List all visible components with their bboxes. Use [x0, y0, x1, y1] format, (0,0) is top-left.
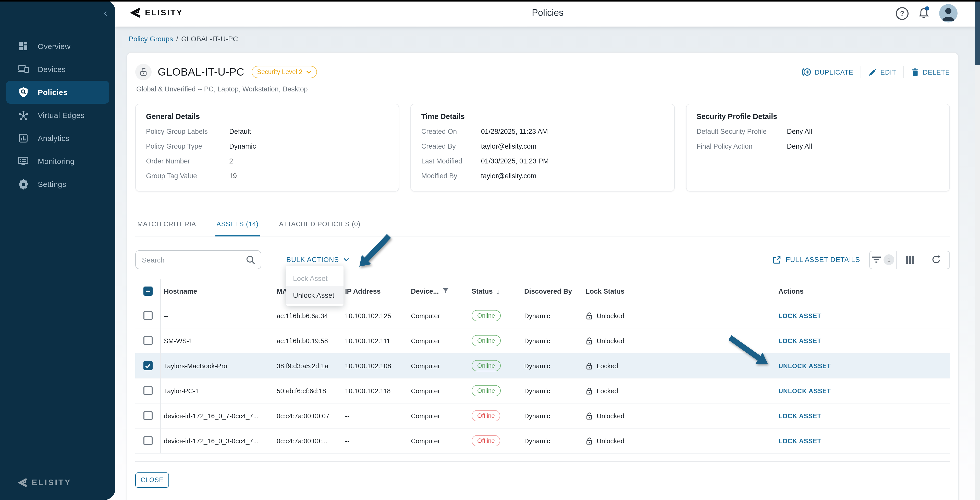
delete-button[interactable]: DELETE	[911, 68, 950, 77]
row-checkbox[interactable]	[143, 336, 152, 345]
close-button[interactable]: CLOSE	[135, 473, 169, 488]
cell-device-type: Computer	[408, 437, 469, 444]
row-checkbox-cell	[135, 304, 161, 328]
search-input[interactable]	[136, 251, 261, 268]
row-checkbox-cell	[135, 353, 161, 378]
sidebar-item-label: Analytics	[38, 134, 69, 142]
cell-hostname: Taylor-PC-1	[161, 387, 274, 395]
breadcrumb-separator: /	[176, 35, 178, 44]
row-checkbox[interactable]	[143, 411, 152, 420]
sidebar-item-policies[interactable]: Policies	[6, 81, 109, 104]
cell-status: Offline	[469, 435, 521, 446]
sidebar-item-monitoring[interactable]: Monitoring	[0, 150, 115, 173]
panel-time-details: Time DetailsCreated On01/28/2025, 11:23 …	[410, 104, 675, 192]
sidebar-item-virtual-edges[interactable]: Virtual Edges	[0, 104, 115, 127]
panel-row-label: Group Tag Value	[146, 173, 229, 180]
sidebar-item-label: Settings	[38, 180, 66, 188]
assets-toolbar: BULK ACTIONS FULL ASSET DETAI	[135, 250, 950, 269]
sidebar-item-overview[interactable]: Overview	[0, 35, 115, 58]
panel-row-value: Deny All	[787, 128, 812, 135]
breadcrumb-policy-groups-link[interactable]: Policy Groups	[129, 35, 173, 44]
row-checkbox[interactable]	[143, 361, 152, 370]
row-checkbox[interactable]	[143, 311, 152, 320]
table-tools-group: 1	[869, 251, 950, 269]
select-all-checkbox[interactable]	[143, 286, 152, 296]
cell-status: Online	[469, 360, 521, 371]
columns-button[interactable]	[896, 251, 923, 268]
assets-table: Hostname MAC IP Address Device... Status…	[135, 279, 950, 462]
sidebar-item-label: Monitoring	[38, 157, 75, 166]
topbar: ELISITY Policies ?	[115, 0, 980, 27]
panel-row: Order Number2	[146, 158, 389, 165]
menu-item-unlock-asset[interactable]: Unlock Asset	[286, 286, 344, 304]
lock-asset-link[interactable]: LOCK ASSET	[778, 337, 821, 345]
cell-lock-status: Locked	[582, 387, 775, 395]
col-discovered-by[interactable]: Discovered By	[521, 287, 582, 295]
lock-asset-link[interactable]: LOCK ASSET	[778, 312, 821, 319]
duplicate-button[interactable]: DUPLICATE	[802, 67, 853, 77]
status-badge: Online	[472, 360, 501, 371]
cell-hostname: SM-WS-1	[161, 337, 274, 345]
notification-dot	[925, 6, 929, 10]
sidebar-item-label: Virtual Edges	[38, 111, 84, 120]
policy-shield-icon	[18, 86, 29, 98]
sidebar-nav: OverviewDevicesPoliciesVirtual EdgesAnal…	[0, 35, 115, 196]
unlock-asset-link[interactable]: UNLOCK ASSET	[778, 363, 831, 369]
col-lock-status[interactable]: Lock Status	[582, 287, 775, 295]
full-asset-details-button[interactable]: FULL ASSET DETAILS	[773, 256, 860, 264]
refresh-button[interactable]	[923, 251, 950, 268]
bulk-actions-button[interactable]: BULK ACTIONS	[286, 256, 349, 264]
status-badge: Offline	[472, 435, 501, 446]
header-checkbox-cell	[135, 280, 161, 303]
security-level-chip[interactable]: Security Level 2	[251, 66, 317, 78]
cell-device-type: Computer	[408, 412, 469, 420]
full-asset-details-label: FULL ASSET DETAILS	[786, 256, 860, 264]
sidebar-item-devices[interactable]: Devices	[0, 58, 115, 81]
edit-button[interactable]: EDIT	[868, 68, 896, 77]
lock-status-label: Unlocked	[597, 412, 624, 420]
sort-desc-icon[interactable]: ↓	[496, 287, 500, 296]
sidebar-item-settings[interactable]: Settings	[0, 173, 115, 196]
tab-match-criteria[interactable]: MATCH CRITERIA	[136, 213, 197, 236]
row-checkbox[interactable]	[143, 436, 152, 445]
avatar[interactable]	[939, 4, 958, 22]
sidebar-item-analytics[interactable]: Analytics	[0, 127, 115, 150]
filter-button[interactable]: 1	[870, 251, 896, 268]
tab-assets-14[interactable]: ASSETS (14)	[215, 213, 259, 236]
lock-asset-link[interactable]: LOCK ASSET	[778, 438, 821, 444]
cell-lock-status: Unlocked	[582, 412, 775, 420]
cell-ip: 10.100.102.125	[342, 312, 408, 319]
partial-row	[135, 454, 950, 462]
lock-status-label: Unlocked	[597, 437, 624, 444]
cell-mac: 38:f9:d3:a5:2d:1a	[274, 362, 342, 369]
panel-row-value: 19	[229, 173, 237, 180]
cell-actions: UNLOCK ASSET	[775, 387, 951, 395]
cell-hostname: --	[161, 312, 274, 319]
col-ip[interactable]: IP Address	[342, 287, 408, 295]
table-row: Taylors-MacBook-Pro38:f9:d3:a5:2d:1a10.1…	[135, 353, 950, 379]
chevron-down-icon	[344, 258, 349, 262]
cell-status: Online	[469, 385, 521, 396]
panel-row: Modified Bytaylor@elisity.com	[422, 173, 664, 180]
breadcrumb: Policy Groups / GLOBAL-IT-U-PC	[129, 35, 980, 44]
col-device[interactable]: Device...	[408, 287, 469, 295]
panel-row-value: 2	[229, 158, 233, 165]
unlocked-padlock-badge	[135, 64, 151, 80]
col-hostname[interactable]: Hostname	[161, 287, 274, 295]
panel-row-value: Deny All	[787, 143, 812, 150]
unlock-asset-link[interactable]: UNLOCK ASSET	[778, 387, 831, 395]
table-row: device-id-172_16_0_3-0cc4_7...0c:c4:7a:0…	[135, 428, 950, 454]
topbar-icons: ?	[896, 0, 958, 27]
panel-row-label: Created On	[422, 128, 481, 135]
footer-row: CLOSE	[135, 473, 950, 488]
funnel-filter-icon[interactable]	[442, 288, 449, 294]
col-status[interactable]: Status ↓	[469, 287, 521, 296]
notifications-bell-icon[interactable]	[917, 6, 931, 21]
lock-asset-link[interactable]: LOCK ASSET	[778, 412, 821, 420]
scrollbar-track[interactable]	[975, 0, 980, 500]
scrollbar-thumb[interactable]	[975, 0, 980, 65]
row-checkbox[interactable]	[143, 386, 152, 395]
help-icon[interactable]: ?	[896, 7, 908, 20]
sidebar-collapse-icon[interactable]: ‹	[104, 8, 107, 18]
tab-attached-policies-0[interactable]: ATTACHED POLICIES (0)	[278, 213, 361, 236]
